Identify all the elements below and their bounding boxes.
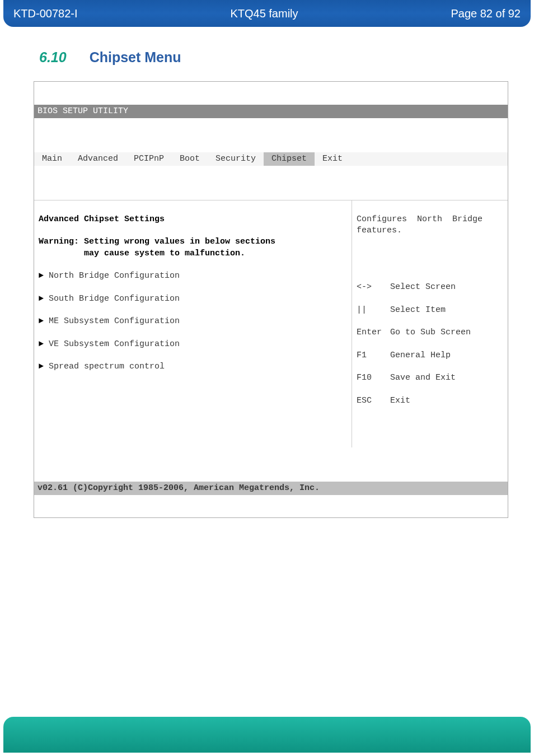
doc-footer-bar xyxy=(3,717,531,753)
tab-pcipnp[interactable]: PCIPnP xyxy=(126,152,172,166)
menu-item-label: Spread spectrum control xyxy=(49,361,165,372)
help-key-row: EnterGo to Sub Screen xyxy=(357,327,503,338)
help-key: ESC xyxy=(357,395,390,407)
tab-chipset[interactable]: Chipset xyxy=(264,152,315,166)
section-heading: 6.10 Chipset Menu xyxy=(39,49,534,66)
bios-box: BIOS SETUP UTILITY Main Advanced PCIPnP … xyxy=(34,81,508,518)
warning-line-1: Warning: Setting wrong values in below s… xyxy=(39,237,275,246)
bios-footer: v02.61 (C)Copyright 1985-2006, American … xyxy=(34,482,508,495)
section-number: 6.10 xyxy=(39,49,67,65)
help-key-row: F10Save and Exit xyxy=(357,372,503,384)
doc-page: Page 82 of 92 xyxy=(451,7,521,20)
tab-boot[interactable]: Boot xyxy=(172,152,208,166)
help-key: <-> xyxy=(357,282,390,293)
menu-item-south-bridge[interactable]: ►South Bridge Configuration xyxy=(39,293,347,305)
menu-item-me-subsystem[interactable]: ►ME Subsystem Configuration xyxy=(39,316,347,327)
help-desc-line-2: features. xyxy=(357,226,402,235)
triangle-right-icon: ► xyxy=(39,270,49,282)
help-key: Enter xyxy=(357,327,390,338)
section-title: Chipset Menu xyxy=(90,49,181,65)
menu-item-north-bridge[interactable]: ►North Bridge Configuration xyxy=(39,270,347,282)
triangle-right-icon: ► xyxy=(39,339,49,350)
help-key: F10 xyxy=(357,372,390,384)
triangle-right-icon: ► xyxy=(39,316,49,327)
menu-item-label: South Bridge Configuration xyxy=(49,293,180,305)
menu-item-label: ME Subsystem Configuration xyxy=(49,316,180,327)
help-desc-line-1: Configures North Bridge xyxy=(357,214,483,224)
menu-item-label: North Bridge Configuration xyxy=(49,270,180,282)
warning-line-2: may cause system to malfunction. xyxy=(39,249,245,258)
triangle-right-icon: ► xyxy=(39,361,49,372)
doc-id: KTD-00782-I xyxy=(13,7,78,20)
doc-family: KTQ45 family xyxy=(78,7,451,20)
menu-item-label: VE Subsystem Configuration xyxy=(49,339,180,350)
tab-advanced[interactable]: Advanced xyxy=(70,152,126,166)
help-key-desc: Exit xyxy=(390,395,410,407)
help-key-desc: General Help xyxy=(390,350,451,361)
bios-help-panel: Configures North Bridge features. <->Sel… xyxy=(352,200,508,447)
menu-item-ve-subsystem[interactable]: ►VE Subsystem Configuration xyxy=(39,339,347,350)
tab-security[interactable]: Security xyxy=(208,152,264,166)
help-key: || xyxy=(357,305,390,316)
triangle-right-icon: ► xyxy=(39,293,49,305)
help-key-row: <->Select Screen xyxy=(357,282,503,293)
help-key-desc: Select Screen xyxy=(390,282,456,293)
tab-main[interactable]: Main xyxy=(34,152,70,166)
help-key-row: ESCExit xyxy=(357,395,503,407)
doc-header: KTD-00782-I KTQ45 family Page 82 of 92 xyxy=(3,0,531,27)
help-key-desc: Save and Exit xyxy=(390,372,456,384)
help-key: F1 xyxy=(357,350,390,361)
bios-main-panel: Advanced Chipset Settings Warning: Setti… xyxy=(34,200,352,447)
help-key-row: F1General Help xyxy=(357,350,503,361)
help-key-desc: Select Item xyxy=(390,305,446,316)
panel-heading: Advanced Chipset Settings xyxy=(39,214,165,224)
help-key-row: ||Select Item xyxy=(357,305,503,316)
tab-exit[interactable]: Exit xyxy=(315,152,350,166)
menu-item-spread-spectrum[interactable]: ►Spread spectrum control xyxy=(39,361,347,372)
bios-title: BIOS SETUP UTILITY xyxy=(34,105,508,118)
help-key-desc: Go to Sub Screen xyxy=(390,327,471,338)
bios-tabs: Main Advanced PCIPnP Boot Security Chips… xyxy=(34,152,508,166)
